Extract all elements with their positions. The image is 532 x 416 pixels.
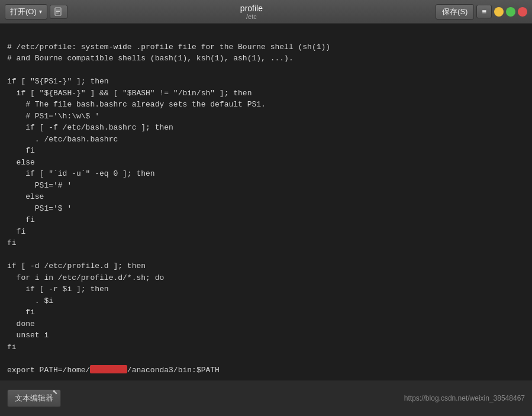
code-line-6: # The file bash.bashrc already sets the … <box>7 100 266 109</box>
code-line-27: fi <box>7 343 17 351</box>
code-line-23: . $i <box>7 296 53 305</box>
titlebar-left: 打开(O) ▾ <box>5 4 67 20</box>
maximize-button[interactable] <box>506 7 515 17</box>
code-line-20: if [ -d /etc/profile.d ]; then <box>7 262 146 270</box>
watermark-link: https://blog.csdn.net/weixin_38548467 <box>404 394 525 402</box>
code-line-7: # PS1='\h:\w\$ ' <box>7 112 99 121</box>
code-line-14: else <box>7 192 44 201</box>
editor-area[interactable]: # /etc/profile: system-wide .profile fil… <box>0 24 532 380</box>
document-icon <box>54 7 63 17</box>
window-title: profile <box>67 4 436 13</box>
cursor-icon: ⬉ <box>52 388 58 398</box>
code-line-16: fi <box>7 215 35 224</box>
code-line-25: done <box>7 320 35 328</box>
cursor-area: ⬉ <box>52 386 58 398</box>
code-line-2: # and Bourne compatible shells (bash(1),… <box>7 54 294 63</box>
code-line-18: fi <box>7 238 17 247</box>
code-line-29: export PATH=/home/xxxxxxxx/anaconda3/bin… <box>7 366 220 375</box>
code-line-22: if [ -r $i ]; then <box>7 285 109 294</box>
redacted-username: xxxxxxxx <box>90 365 127 373</box>
code-line-8: if [ -f /etc/bash.bashrc ]; then <box>7 123 173 132</box>
code-line-15: PS1='$ ' <box>7 204 72 213</box>
document-icon-button[interactable] <box>50 5 67 19</box>
bottom-area: 文本编辑器 https://blog.csdn.net/weixin_38548… <box>0 380 532 416</box>
code-line-11: else <box>7 158 35 167</box>
open-menu-button[interactable]: 打开(O) ▾ <box>5 4 47 20</box>
open-menu-arrow: ▾ <box>39 8 42 15</box>
code-content: # /etc/profile: system-wide .profile fil… <box>7 30 525 380</box>
window-subtitle: /etc <box>67 13 436 20</box>
code-line-13: PS1='# ' <box>7 181 72 190</box>
code-line-9: . /etc/bash.bashrc <box>7 135 118 144</box>
code-line-10: fi <box>7 146 35 155</box>
titlebar-right: 保存(S) ≡ <box>436 4 527 20</box>
code-line-24: fi <box>7 308 35 317</box>
save-button[interactable]: 保存(S) <box>436 4 474 20</box>
titlebar-center: profile /etc <box>67 4 436 20</box>
open-menu-label: 打开(O) <box>10 7 37 17</box>
code-line-17: fi <box>7 227 25 236</box>
minimize-button[interactable] <box>494 7 504 17</box>
close-button[interactable] <box>518 7 527 17</box>
code-line-5: if [ "${BASH-}" ] && [ "$BASH" != "/bin/… <box>7 89 252 98</box>
code-line-4: if [ "${PS1-}" ]; then <box>7 77 109 86</box>
code-line-12: if [ "`id -u`" -eq 0 ]; then <box>7 169 155 178</box>
code-line-1: # /etc/profile: system-wide .profile fil… <box>7 43 330 51</box>
code-line-26: unset i <box>7 331 49 340</box>
code-line-21: for i in /etc/profile.d/*.sh; do <box>7 273 164 282</box>
window-controls <box>494 7 527 17</box>
titlebar: 打开(O) ▾ profile /etc 保存(S) ≡ <box>0 0 532 24</box>
hamburger-menu-button[interactable]: ≡ <box>476 5 492 18</box>
